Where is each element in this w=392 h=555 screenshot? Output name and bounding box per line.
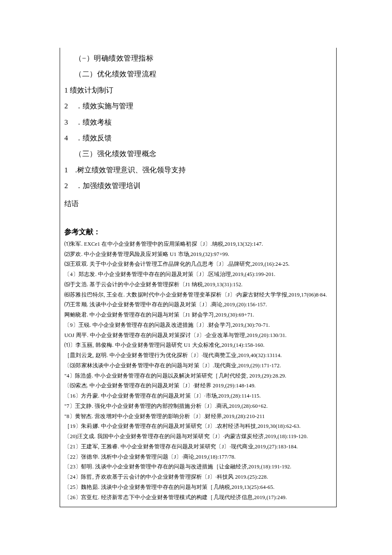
reference-item: 〔4〕郑志发. 中小企业财务管理中存在的问题及对策〔J〕.区域治理,2019,(… (64, 270, 332, 280)
reference-item: "8〕黄智杰. 营改增对中小企业财务管理的影响分析〔J〕.财经界,2019,(2… (64, 412, 332, 422)
outline-item-2-2: 2 ．绩效实施与管理 (64, 98, 332, 114)
reference-item: 〔9〕王锐. 中小企业财务管理存在的问题及改进措施〔J〕.财会学习,2019,(… (64, 320, 332, 331)
reference-item: 〔24〕陈哲, 齐欢欢基于云会计的中小企业财务管理探析〔J〕·科技风 2019.… (64, 472, 332, 482)
reference-item: UOJ 周平. 中小企业财务管理存在的问题及对策探讨〔J〕·企业改革与管理,20… (64, 331, 332, 341)
reference-item: ⑺王常顺. 浅谈中小企业财务管理中存在的问题及对策〔J〕.商论,2019,(20… (64, 300, 332, 310)
reference-item: ⑸于文浩. 基于云会计的中小企业财务管理探析〔J1 纳税,2019,13(31)… (64, 280, 332, 290)
reference-item: 〔25〕魏艳茹. 浅谈中小企业财务管理中存在的问题与对策［几纳税,2019,13… (64, 482, 332, 493)
reference-item: 〔⑶郑家林浅谈中小企业财务管理中存在的问题与对策〔J〕.现代商业,2019,(2… (64, 361, 332, 371)
outline-conclusion: 结语 (64, 196, 332, 212)
outline-heading-2: （二）优化绩效管理流程 (64, 66, 332, 82)
outline-heading-1: （−）明确绩效管理指标 (64, 50, 332, 66)
reference-item: 〔23〕郁明. 浅谈中小企业财务管理中存在的问题与改进措施［让金融经济,2019… (64, 462, 332, 472)
references-heading: 参考文献： (64, 227, 332, 237)
outline-section: （−）明确绩效管理指标 （二）优化绩效管理流程 1 绩效计划制订 2 ．绩效实施… (64, 50, 332, 212)
reference-item: 〔26〕宫亚红. 经济新常态下中小企业财务管理模式的构建［几现代经济信息,201… (64, 493, 332, 503)
reference-item: 网鲍晓君. 中小企业财务管理存在的问题与对策〔J1 财会学习,2019,(30)… (64, 310, 332, 320)
outline-item-2-4: 4 ．绩效反馈 (64, 130, 332, 146)
outline-item-2-1: 1 绩效计划制订 (64, 82, 332, 98)
reference-item: 〔21〕王建军, 王雅睿. 中小企业财务管理存在问题及对策研究〔J〕·现代商业,… (64, 442, 332, 452)
reference-item: ⑴朱军. EXCe1 在中小企业财务管理中的应用策略初探〔J〕.纳税,2019,… (64, 239, 332, 250)
reference-item: ［19〕朱莉娜. 中小企业财务管理存在的问题及对策研究〔J〕.农村经济与科技,2… (64, 421, 332, 432)
reference-item: ⑶王双双. 关于中小企业财务会计管理工作品牌化的几点思考〔J〕.品牌研究,201… (64, 259, 332, 270)
reference-item: "4〕陈浩盛. 中小企业财务管理存在的问题以及解决对策研究［几时代经货, 201… (64, 371, 332, 381)
outline-heading-3: （三）强化绩效管理概念 (64, 146, 332, 162)
reference-item: 〔⑸索杰. 中小企业财务管理存在的问题及对策〔J〕·财经界 2019,(29):… (64, 381, 332, 391)
reference-item: "7〕王文静. 强化中小企业财务管理的内部控制措施分析〔J〕.商讯,2019,(… (64, 401, 332, 412)
content-box: （−）明确绩效管理指标 （二）优化绩效管理流程 1 绩效计划制订 2 ．绩效实施… (60, 48, 337, 507)
reference-item: 〔16〕方丹蒙. 中小企业财务管理存在的问题及对策〔J〕·市场,2019,(28… (64, 391, 332, 401)
reference-item: ⑴〕李玉丽, 韩俊梅. 中小企业财务管理问题研究 U1 大众标准化,2019,(… (64, 340, 332, 351)
document-page: （−）明确绩效管理指标 （二）优化绩效管理流程 1 绩效计划制订 2 ．绩效实施… (0, 0, 392, 524)
reference-item: ［皿刘云龙, 赵明. 中小企业财务管理行为优化探析〔J〕·现代商赞工业,2019… (64, 351, 332, 361)
outline-item-3-1: 1 .树立绩效管理意识、强化领导支持 (64, 162, 332, 178)
outline-item-3-2: 2 ．加强绩效管理培训 (64, 178, 332, 194)
references-list: ⑴朱军. EXCe1 在中小企业财务管理中的应用策略初探〔J〕.纳税,2019,… (64, 239, 332, 503)
reference-item: 〔22〕张德华. 浅析中小企业财务管理问题〔J〕·商论,2019,(18):17… (64, 452, 332, 462)
reference-item: ⑹苏雅拉巴特尔, 王全在. 大数据时代中小企业财务管理变革探析〔J〕·内蒙古财经… (64, 290, 332, 300)
outline-item-2-3: 3 ．绩效考核 (64, 114, 332, 130)
reference-item: 〔20)汪文成. 我国中小企业财务管理存在的问题与对策研究〔J〕·内蒙古煤炭经济… (64, 432, 332, 442)
reference-item: ⑵罗欢. 中小企业财务管理风险及应对策略 U1 市场,2019,(32):97+… (64, 250, 332, 260)
